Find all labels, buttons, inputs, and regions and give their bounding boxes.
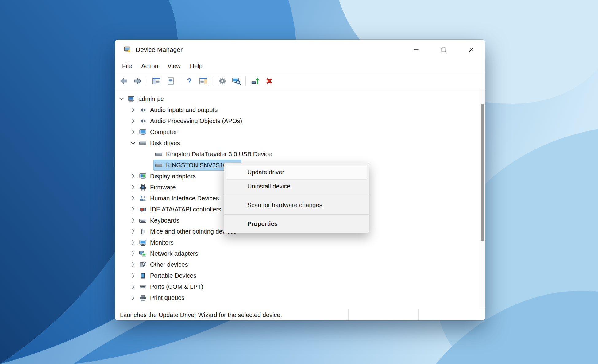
tree-item-label: Computer (150, 129, 177, 136)
tree-item-box: Ports (COM & LPT) (138, 281, 206, 292)
tree-item-disk-drives[interactable]: Disk drives (115, 137, 485, 149)
chevron-spacer (145, 161, 154, 170)
chevron-right-icon[interactable] (129, 194, 138, 203)
context-menu-item-scan-for-hardware-changes[interactable]: Scan for hardware changes (226, 198, 367, 212)
uninstall-device-button[interactable] (262, 74, 276, 88)
window-controls (402, 40, 485, 60)
svg-text:?: ? (144, 262, 145, 265)
tree-item-box: IDE ATA/ATAPI controllers (138, 204, 224, 215)
action-pane-button[interactable] (196, 74, 210, 88)
speaker-icon (139, 106, 147, 114)
mouse-icon (139, 227, 147, 236)
tree-item-audio-inputs-and-outputs[interactable]: Audio inputs and outputs (115, 104, 485, 115)
scrollbar-thumb[interactable] (481, 104, 484, 241)
tree-item-monitors[interactable]: Monitors (115, 237, 485, 248)
toolbar: ? (115, 73, 485, 89)
context-menu-separator (224, 196, 369, 196)
tree-item-portable-devices[interactable]: Portable Devices (115, 270, 485, 281)
close-button[interactable] (457, 40, 485, 60)
minimize-button[interactable] (402, 40, 430, 60)
chevron-spacer (145, 149, 154, 159)
context-menu-separator (224, 214, 369, 215)
tree-item-box: Print queues (138, 292, 187, 303)
console-tree-icon (152, 76, 161, 86)
chevron-right-icon[interactable] (129, 260, 138, 269)
settings-icon (218, 76, 227, 86)
chevron-right-icon[interactable] (129, 172, 138, 181)
menu-view[interactable]: View (163, 61, 185, 72)
chevron-right-icon[interactable] (129, 227, 138, 236)
tree-item-box: Audio Processing Objects (APOs) (138, 116, 245, 126)
chevron-down-icon[interactable] (117, 94, 126, 103)
chevron-right-icon[interactable] (129, 183, 138, 192)
status-bar: Launches the Update Driver Wizard for th… (115, 309, 485, 320)
chevron-right-icon[interactable] (129, 127, 138, 137)
tree-item-label: Firmware (150, 184, 176, 191)
menu-bar: FileActionViewHelp (115, 60, 485, 73)
menu-file[interactable]: File (118, 61, 137, 72)
printer-icon (139, 294, 147, 302)
scan-hardware-button[interactable] (229, 74, 243, 88)
settings-button[interactable] (215, 74, 229, 88)
menu-action[interactable]: Action (137, 61, 163, 72)
status-pane (348, 309, 418, 320)
tree-item-print-queues[interactable]: Print queues (115, 292, 485, 303)
chevron-down-icon[interactable] (129, 138, 138, 148)
display-adapter-icon (139, 172, 147, 180)
tree-item-kingston-datatraveler-3-0-usb-device[interactable]: Kingston DataTraveler 3.0 USB Device (115, 149, 485, 160)
tree-item-label: Keyboards (150, 217, 179, 224)
tree-item-ports-com-lpt[interactable]: Ports (COM & LPT) (115, 281, 485, 292)
chevron-right-icon[interactable] (129, 238, 138, 247)
update-driver-button[interactable] (248, 74, 262, 88)
tree-item-box: Firmware (138, 182, 179, 192)
action-pane-icon (199, 76, 208, 86)
properties-button[interactable] (164, 74, 178, 88)
tree-item-label: Monitors (150, 239, 174, 246)
tree-item-box: Disk drives (138, 138, 183, 148)
tree-item-box: Human Interface Devices (138, 193, 222, 203)
tree-item-box: Network adapters (138, 248, 201, 259)
tree-item-label: Mice and other pointing devices (150, 228, 236, 235)
tree-item-label: Disk drives (150, 140, 180, 147)
tree-item-network-adapters[interactable]: Network adapters (115, 248, 485, 259)
monitor-icon (139, 238, 147, 247)
tree-item-box: Kingston DataTraveler 3.0 USB Device (154, 149, 275, 159)
tree-item-box: Portable Devices (138, 270, 199, 281)
context-menu-item-update-driver[interactable]: Update driver (226, 165, 367, 179)
tree-item-label: Audio Processing Objects (APOs) (150, 118, 242, 125)
monitor-icon (139, 128, 147, 136)
chevron-right-icon[interactable] (129, 293, 138, 302)
chevron-right-icon[interactable] (129, 271, 138, 280)
scan-hardware-icon (232, 76, 241, 86)
forward-arrow-icon (133, 76, 142, 86)
ports-icon (139, 283, 147, 291)
network-icon (139, 250, 147, 258)
context-menu-item-uninstall-device[interactable]: Uninstall device (226, 179, 367, 193)
uninstall-device-icon (264, 76, 274, 86)
chevron-right-icon[interactable] (129, 205, 138, 214)
back-arrow-button[interactable] (117, 74, 131, 88)
console-tree-button[interactable] (149, 74, 164, 88)
device-manager-icon (123, 45, 131, 54)
firmware-icon (139, 183, 147, 192)
tree-item-audio-processing-objects-apos[interactable]: Audio Processing Objects (APOs) (115, 115, 485, 126)
menu-help[interactable]: Help (185, 61, 207, 72)
title-bar: Device Manager (115, 40, 485, 60)
forward-arrow-button[interactable] (131, 74, 145, 88)
speaker-icon (139, 117, 147, 125)
window-title: Device Manager (136, 46, 183, 53)
chevron-right-icon[interactable] (129, 249, 138, 258)
chevron-right-icon[interactable] (129, 282, 138, 291)
tree-item-other-devices[interactable]: ?Other devices (115, 259, 485, 270)
chevron-right-icon[interactable] (129, 105, 138, 114)
maximize-button[interactable] (430, 40, 457, 60)
chevron-right-icon[interactable] (129, 216, 138, 225)
properties-icon (166, 76, 175, 86)
tree-item-computer[interactable]: Computer (115, 126, 485, 137)
tree-scrollbar[interactable] (480, 89, 485, 309)
hid-icon (139, 194, 147, 203)
chevron-right-icon[interactable] (129, 116, 138, 126)
help-button[interactable]: ? (182, 74, 196, 88)
context-menu-item-properties[interactable]: Properties (226, 217, 367, 231)
tree-item-admin-pc[interactable]: admin-pc (115, 93, 485, 104)
